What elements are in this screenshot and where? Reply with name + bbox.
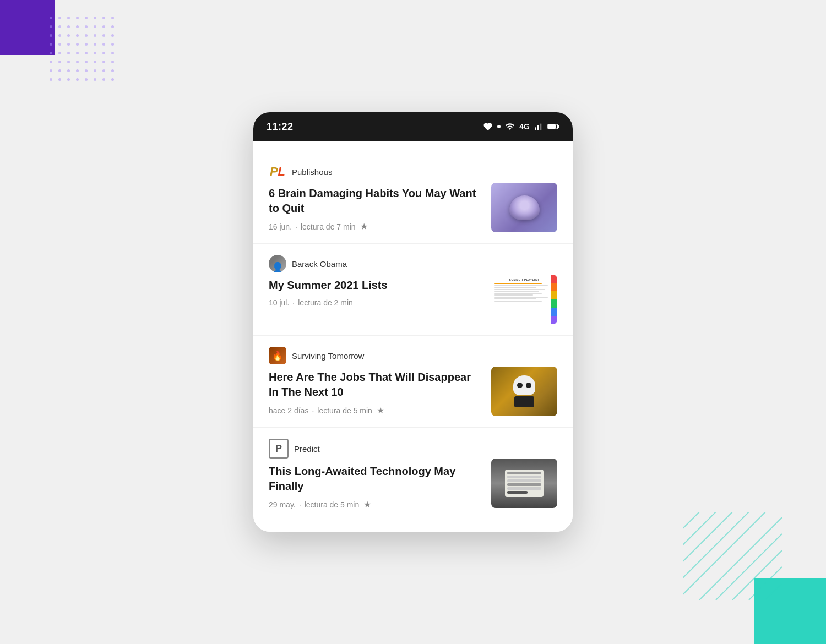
read-time: lectura de 5 min	[317, 406, 372, 415]
separator: ·	[295, 222, 297, 231]
article-date: 29 may.	[269, 500, 296, 509]
status-time: 11:22	[267, 121, 294, 133]
article-title: My Summer 2021 Lists	[269, 278, 482, 293]
source-name: Publishous	[292, 167, 332, 177]
separator: ·	[292, 298, 295, 307]
article-date: 16 jun.	[269, 222, 292, 231]
predict-avatar: P	[269, 439, 289, 459]
brain-image	[491, 183, 557, 232]
article-item[interactable]: Barack Obama My Summer 2021 Lists 10 jul…	[253, 244, 573, 336]
article-thumbnail	[491, 459, 557, 508]
svg-line-0	[683, 512, 699, 528]
article-meta: 29 may. · lectura de 5 min ★	[269, 499, 482, 510]
bg-dots-decoration	[50, 17, 121, 88]
bookmark-star-icon[interactable]: ★	[377, 405, 384, 416]
article-source[interactable]: Barack Obama	[269, 255, 482, 272]
svg-line-8	[749, 567, 782, 600]
signal-bars-icon	[534, 122, 543, 131]
phone-frame: 11:22 4G	[253, 112, 573, 532]
svg-line-2	[683, 512, 732, 561]
status-icons-group: 4G	[483, 122, 559, 132]
article-source[interactable]: P Predict	[269, 439, 482, 459]
article-thumbnail	[491, 367, 557, 416]
svg-line-7	[732, 550, 782, 600]
bookmark-star-icon[interactable]: ★	[360, 221, 368, 232]
article-date: 10 jul.	[269, 298, 289, 307]
surviving-avatar	[269, 347, 286, 364]
article-content: PL Publishous 6 Brain Damaging Habits Yo…	[269, 163, 482, 232]
separator: ·	[312, 406, 314, 415]
article-meta: hace 2 días · lectura de 5 min ★	[269, 405, 482, 416]
article-list: PL Publishous 6 Brain Damaging Habits Yo…	[253, 141, 573, 532]
article-thumbnail	[491, 183, 557, 232]
separator: ·	[299, 500, 301, 509]
article-content: Surviving Tomorrow Here Are The Jobs Tha…	[269, 347, 482, 416]
svg-line-5	[699, 517, 782, 600]
bg-purple-decoration	[0, 0, 55, 55]
source-name: Barack Obama	[292, 259, 347, 269]
svg-line-9	[765, 583, 782, 600]
playlist-image: SUMMER PLAYLIST	[491, 275, 557, 324]
svg-rect-14	[548, 125, 556, 129]
publishous-avatar: PL	[269, 163, 286, 181]
heart-icon	[483, 122, 493, 132]
read-time: lectura de 7 min	[301, 222, 356, 231]
article-item[interactable]: PL Publishous 6 Brain Damaging Habits Yo…	[253, 152, 573, 244]
svg-rect-15	[558, 125, 559, 127]
battery-icon	[547, 123, 559, 130]
source-name: Predict	[294, 444, 320, 454]
wifi-icon	[505, 122, 515, 132]
article-content: P Predict This Long-Awaited Technology M…	[269, 439, 482, 510]
svg-line-3	[683, 512, 749, 578]
bookmark-star-icon[interactable]: ★	[363, 499, 371, 510]
bg-lines-decoration: .ln{stroke:#2dd4bf;stroke-width:2;opacit…	[683, 512, 782, 600]
4g-label: 4G	[519, 122, 530, 131]
svg-line-6	[716, 534, 782, 600]
svg-rect-11	[537, 125, 539, 130]
article-title: 6 Brain Damaging Habits You May Want to …	[269, 186, 482, 216]
article-date: hace 2 días	[269, 406, 308, 415]
article-source[interactable]: Surviving Tomorrow	[269, 347, 482, 364]
svg-line-1	[683, 512, 716, 545]
article-thumbnail: SUMMER PLAYLIST	[491, 275, 557, 324]
article-title: This Long-Awaited Technology May Finally	[269, 464, 482, 494]
article-source[interactable]: PL Publishous	[269, 163, 482, 181]
obama-avatar	[269, 255, 286, 272]
svg-rect-10	[535, 127, 536, 130]
read-time: lectura de 2 min	[298, 298, 353, 307]
svg-line-4	[683, 512, 765, 594]
article-meta: 16 jun. · lectura de 7 min ★	[269, 221, 482, 232]
signal-dot	[497, 125, 501, 128]
status-bar: 11:22 4G	[253, 112, 573, 141]
article-item[interactable]: Surviving Tomorrow Here Are The Jobs Tha…	[253, 336, 573, 428]
article-meta: 10 jul. · lectura de 2 min	[269, 298, 482, 307]
svg-rect-12	[540, 124, 542, 130]
robot-image	[491, 367, 557, 416]
article-item[interactable]: P Predict This Long-Awaited Technology M…	[253, 428, 573, 521]
tech-image	[491, 459, 557, 508]
read-time: lectura de 5 min	[305, 500, 360, 509]
article-title: Here Are The Jobs That Will Disappear In…	[269, 370, 482, 400]
source-name: Surviving Tomorrow	[292, 351, 364, 361]
article-content: Barack Obama My Summer 2021 Lists 10 jul…	[269, 255, 482, 324]
